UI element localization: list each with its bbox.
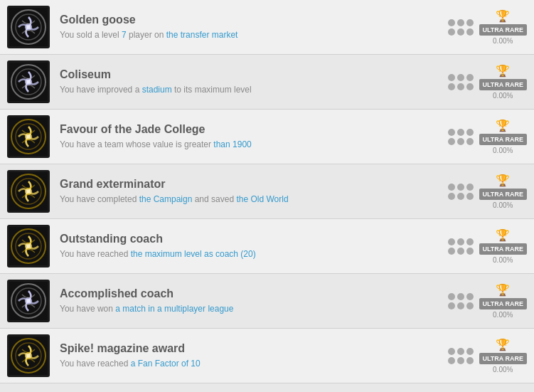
dot xyxy=(457,83,464,90)
rarity-percent: 0.00% xyxy=(493,92,513,100)
dot xyxy=(457,348,464,355)
trophy-icon: 🏆 xyxy=(496,228,510,242)
rarity-block: 🏆 ULTRA RARE 0.00% xyxy=(479,9,528,45)
dot xyxy=(448,19,455,26)
dot xyxy=(448,238,455,245)
achievement-info-accomplished-coach: Accomplished coach You have won a match … xyxy=(60,287,448,315)
achievement-right: 🏆 ULTRA RARE 0.00% xyxy=(448,228,528,264)
achievement-icon-accomplished-coach xyxy=(7,280,50,322)
dots-grid xyxy=(448,293,474,309)
achievement-icon-favour-jade-college xyxy=(7,115,50,158)
achievement-icon-grand-exterminator xyxy=(7,170,50,213)
dot xyxy=(466,184,474,191)
dot xyxy=(448,28,455,36)
rarity-percent: 0.00% xyxy=(493,201,513,209)
achievement-right: 🏆 ULTRA RARE 0.00% xyxy=(448,174,528,209)
rarity-percent: 0.00% xyxy=(493,256,513,264)
achievement-row: Golden goose You sold a level 7 player o… xyxy=(0,0,534,55)
svg-point-35 xyxy=(26,299,31,303)
achievement-desc: You have improved a stadium to its maxim… xyxy=(60,84,448,96)
dot xyxy=(466,83,474,90)
achievement-desc: You have a team whose value is greater t… xyxy=(60,139,448,151)
dot xyxy=(448,357,455,364)
achievement-right: 🏆 ULTRA RARE 0.00% xyxy=(448,119,528,154)
dots-grid xyxy=(448,184,474,200)
svg-point-5 xyxy=(26,25,31,29)
trophy-icon: 🏆 xyxy=(496,338,510,351)
dot xyxy=(457,302,464,309)
dot xyxy=(448,193,455,200)
dot xyxy=(457,193,464,200)
dot xyxy=(457,248,464,255)
dot xyxy=(448,348,455,355)
svg-point-17 xyxy=(26,134,31,139)
dot xyxy=(466,28,474,36)
rarity-percent: 0.00% xyxy=(493,366,513,374)
dot xyxy=(448,302,455,309)
achievement-row: Coliseum You have improved a stadium to … xyxy=(0,55,534,110)
achievement-row: Spike! magazine award You have reached a… xyxy=(0,329,534,383)
dot xyxy=(448,129,455,136)
dot xyxy=(466,129,474,136)
dot xyxy=(457,28,464,36)
svg-point-23 xyxy=(26,189,31,194)
achievement-info-favour-jade-college: Favour of the Jade College You have a te… xyxy=(60,123,448,151)
dot xyxy=(466,357,474,364)
dot xyxy=(466,293,474,300)
achievement-title: Spike! magazine award xyxy=(60,342,448,355)
dot xyxy=(448,83,455,90)
rarity-badge: ULTRA RARE xyxy=(479,79,528,90)
rarity-badge: ULTRA RARE xyxy=(479,353,528,364)
dots-grid xyxy=(448,19,474,36)
trophy-icon: 🏆 xyxy=(496,9,510,23)
achievement-info-golden-goose: Golden goose You sold a level 7 player o… xyxy=(60,14,448,41)
achievement-row: Grand exterminator You have completed th… xyxy=(0,164,534,219)
achievement-info-spike-magazine: Spike! magazine award You have reached a… xyxy=(60,342,448,370)
rarity-badge: ULTRA RARE xyxy=(479,298,528,309)
achievement-list: Golden goose You sold a level 7 player o… xyxy=(0,0,534,383)
dot xyxy=(448,293,455,300)
rarity-block: 🏆 ULTRA RARE 0.00% xyxy=(479,64,528,100)
svg-point-41 xyxy=(26,354,31,358)
achievement-desc: You have reached a Fan Factor of 10 xyxy=(60,358,448,370)
trophy-icon: 🏆 xyxy=(496,64,510,78)
dot xyxy=(448,74,455,81)
achievement-title: Favour of the Jade College xyxy=(60,123,448,136)
trophy-icon: 🏆 xyxy=(496,174,510,187)
rarity-percent: 0.00% xyxy=(493,147,513,154)
dot xyxy=(457,74,464,81)
achievement-icon-golden-goose xyxy=(7,6,50,48)
achievement-icon-spike-magazine xyxy=(7,334,50,377)
achievement-title: Accomplished coach xyxy=(60,287,448,300)
achievement-icon-outstanding-coach xyxy=(7,225,50,267)
dot xyxy=(466,138,474,145)
dots-grid xyxy=(448,238,474,255)
rarity-percent: 0.00% xyxy=(493,311,513,319)
achievement-row: Favour of the Jade College You have a te… xyxy=(0,110,534,164)
achievement-desc: You have won a match in a multiplayer le… xyxy=(60,303,448,315)
rarity-badge: ULTRA RARE xyxy=(479,134,528,145)
rarity-percent: 0.00% xyxy=(493,37,513,45)
dot xyxy=(457,238,464,245)
dot xyxy=(457,129,464,136)
rarity-badge: ULTRA RARE xyxy=(479,243,528,255)
dot xyxy=(457,293,464,300)
achievement-info-grand-exterminator: Grand exterminator You have completed th… xyxy=(60,178,448,206)
achievement-row: Outstanding coach You have reached the m… xyxy=(0,219,534,274)
rarity-block: 🏆 ULTRA RARE 0.00% xyxy=(479,174,528,209)
achievement-icon-coliseum xyxy=(7,60,50,103)
dot xyxy=(457,184,464,191)
svg-point-11 xyxy=(26,80,31,84)
dot xyxy=(466,348,474,355)
dot xyxy=(457,19,464,26)
dot xyxy=(466,193,474,200)
achievement-right: 🏆 ULTRA RARE 0.00% xyxy=(448,283,528,319)
trophy-icon: 🏆 xyxy=(496,119,510,132)
svg-point-29 xyxy=(26,244,31,248)
achievement-info-outstanding-coach: Outstanding coach You have reached the m… xyxy=(60,233,448,260)
achievement-title: Grand exterminator xyxy=(60,178,448,191)
dot xyxy=(466,19,474,26)
dot xyxy=(466,248,474,255)
dots-grid xyxy=(448,129,474,145)
achievement-title: Outstanding coach xyxy=(60,233,448,245)
